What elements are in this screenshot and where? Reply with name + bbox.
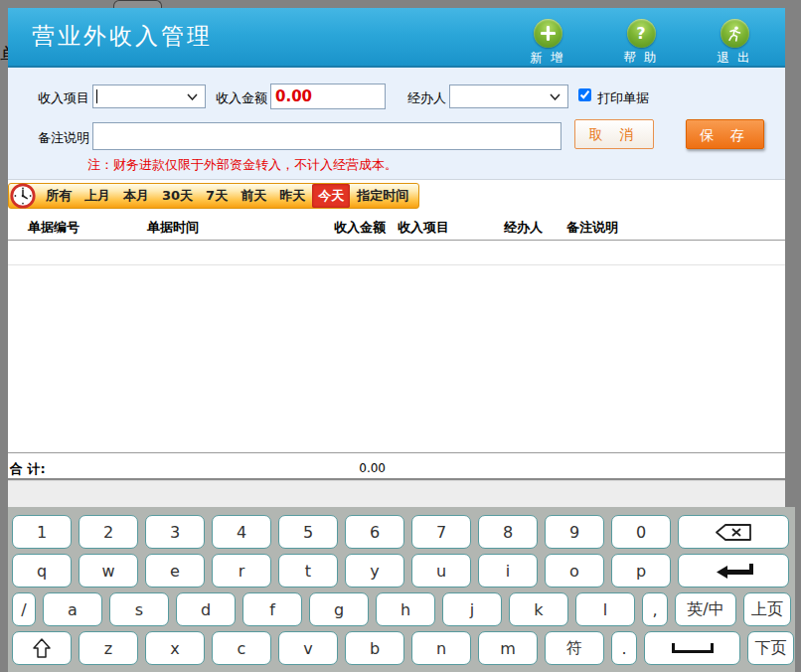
- table-body: [8, 265, 785, 452]
- key-6[interactable]: 6: [345, 515, 404, 549]
- records-section: 所有上月本月30天7天前天昨天今天指定时间 单据编号单据时间收入金额收入项目经办…: [8, 180, 785, 507]
- key-.[interactable]: .: [611, 631, 637, 665]
- entry-form: 收入项目 收入金额 经办人 打印单据 备注说明 取 消 保 存 注：财务进款仅限…: [8, 68, 785, 180]
- column-header-0: 单据编号: [28, 219, 80, 237]
- key-k[interactable]: k: [509, 592, 568, 626]
- table-header-row: 单据编号单据时间收入金额收入项目经办人备注说明: [8, 211, 785, 241]
- filter-this-month[interactable]: 本月: [117, 184, 155, 208]
- key-4[interactable]: 4: [212, 515, 271, 549]
- key-m[interactable]: m: [478, 631, 538, 665]
- clock-icon: [10, 183, 36, 209]
- column-header-4: 经办人: [504, 219, 543, 237]
- add-button[interactable]: 新 增: [519, 19, 576, 67]
- key-j[interactable]: j: [442, 592, 502, 626]
- filter-last-month[interactable]: 上月: [79, 184, 116, 208]
- handler-select[interactable]: [449, 84, 568, 108]
- key-,[interactable]: ,: [642, 592, 668, 626]
- key-5[interactable]: 5: [278, 515, 338, 549]
- key-i[interactable]: i: [478, 554, 538, 588]
- key-a[interactable]: a: [43, 592, 102, 626]
- page-up-key[interactable]: 上页: [743, 592, 791, 626]
- filter-today[interactable]: 今天: [312, 184, 350, 208]
- key-r[interactable]: r: [212, 554, 271, 588]
- titlebar-toolbar: 新 增 ? 帮 助 退 出: [519, 19, 763, 67]
- symbols-key[interactable]: 符: [545, 631, 604, 665]
- column-header-1: 单据时间: [147, 219, 199, 237]
- enter-icon: [713, 562, 754, 580]
- table-empty-row: [8, 241, 785, 265]
- key-f[interactable]: f: [242, 592, 302, 626]
- key-2[interactable]: 2: [79, 515, 138, 549]
- key-h[interactable]: h: [376, 592, 435, 626]
- key-t[interactable]: t: [278, 554, 338, 588]
- question-icon: ?: [627, 19, 656, 48]
- exit-runner-icon: [721, 19, 749, 48]
- handler-label: 经办人: [407, 89, 446, 107]
- titlebar: 营业外收入管理 新 增 ? 帮 助 退 出: [8, 8, 785, 68]
- cancel-button[interactable]: 取 消: [574, 119, 654, 149]
- help-button[interactable]: ? 帮 助: [612, 19, 670, 67]
- lang-toggle-key[interactable]: 英/中: [675, 592, 736, 626]
- filter-row: 所有上月本月30天7天前天昨天今天指定时间: [8, 183, 785, 211]
- key-g[interactable]: g: [309, 592, 369, 626]
- key-/[interactable]: /: [12, 592, 36, 626]
- key-z[interactable]: z: [79, 631, 138, 665]
- form-note: 注：财务进款仅限于外部资金转入，不计入经营成本。: [87, 156, 398, 174]
- key-y[interactable]: y: [345, 554, 404, 588]
- filter-custom-time[interactable]: 指定时间: [351, 184, 414, 208]
- time-filter-bar: 所有上月本月30天7天前天昨天今天指定时间: [8, 183, 419, 209]
- page-down-key[interactable]: 下页: [747, 631, 794, 665]
- filter-day-before-yesterday[interactable]: 前天: [235, 184, 272, 208]
- key-o[interactable]: o: [545, 554, 604, 588]
- key-x[interactable]: x: [145, 631, 205, 665]
- filter-yesterday[interactable]: 昨天: [273, 184, 311, 208]
- key-e[interactable]: e: [145, 554, 205, 588]
- key-b[interactable]: b: [345, 631, 404, 665]
- save-button[interactable]: 保 存: [686, 119, 764, 149]
- bottom-strip: [8, 480, 785, 507]
- key-c[interactable]: c: [212, 631, 271, 665]
- key-q[interactable]: q: [12, 554, 72, 588]
- key-d[interactable]: d: [176, 592, 236, 626]
- key-l[interactable]: l: [575, 592, 635, 626]
- filter-30-days[interactable]: 30天: [156, 184, 199, 208]
- backspace-icon: [714, 522, 753, 543]
- column-header-5: 备注说明: [566, 219, 618, 237]
- total-value: 0.00: [306, 461, 386, 475]
- key-3[interactable]: 3: [145, 515, 205, 549]
- enter-key[interactable]: [678, 554, 789, 588]
- income-amount-input[interactable]: [270, 84, 386, 109]
- key-s[interactable]: s: [109, 592, 169, 626]
- key-u[interactable]: u: [411, 554, 471, 588]
- column-header-3: 收入项目: [398, 219, 449, 237]
- remark-input[interactable]: [92, 122, 561, 150]
- filter-all[interactable]: 所有: [40, 184, 78, 208]
- remark-label: 备注说明: [38, 129, 89, 147]
- column-header-2: 收入金额: [306, 219, 386, 237]
- exit-button[interactable]: 退 出: [706, 19, 763, 67]
- print-receipt-checkbox[interactable]: [578, 88, 591, 101]
- key-9[interactable]: 9: [545, 515, 604, 549]
- keyboard: 1234567890qwertyuiop/asdfghjkl,英/中上页zxcv…: [8, 507, 795, 672]
- income-item-select[interactable]: [92, 84, 206, 108]
- key-8[interactable]: 8: [478, 515, 538, 549]
- space-key[interactable]: [644, 631, 740, 665]
- shift-key[interactable]: [12, 631, 72, 665]
- key-0[interactable]: 0: [611, 515, 671, 549]
- key-1[interactable]: 1: [12, 515, 72, 549]
- backspace-key[interactable]: [678, 515, 789, 549]
- add-button-label: 新 增: [531, 50, 565, 67]
- plus-icon: [534, 19, 562, 48]
- income-item-label: 收入项目: [38, 89, 89, 107]
- key-v[interactable]: v: [278, 631, 338, 665]
- key-7[interactable]: 7: [411, 515, 471, 549]
- key-n[interactable]: n: [411, 631, 471, 665]
- space-icon: [672, 643, 714, 653]
- key-p[interactable]: p: [611, 554, 671, 588]
- page-title: 营业外收入管理: [32, 21, 213, 52]
- total-label: 合 计:: [10, 460, 46, 478]
- print-receipt-label: 打印单据: [597, 89, 649, 107]
- help-button-label: 帮 助: [624, 50, 659, 67]
- filter-7-days[interactable]: 7天: [200, 184, 234, 208]
- key-w[interactable]: w: [79, 554, 138, 588]
